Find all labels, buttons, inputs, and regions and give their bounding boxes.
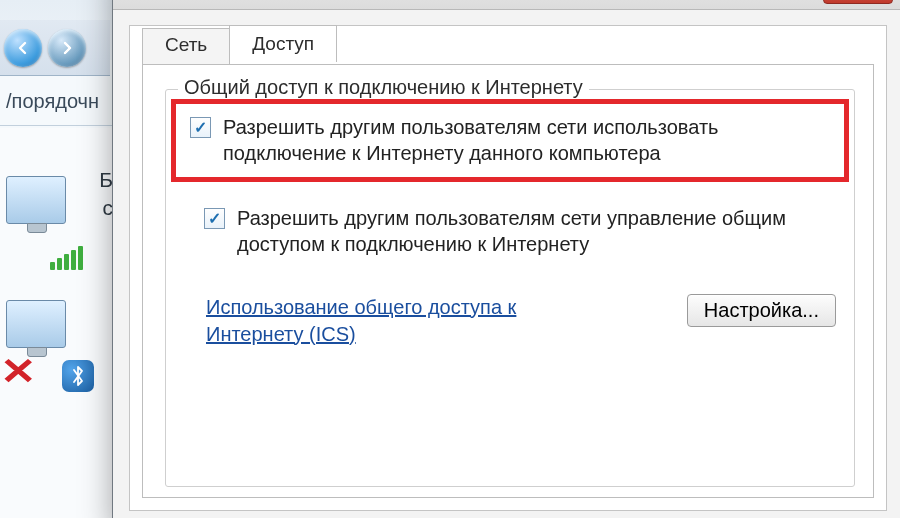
tab-sharing[interactable]: Доступ [229, 25, 337, 62]
connections-list: Б с ✕ [0, 128, 118, 518]
allow-sharing-label: Разрешить другим пользователям сети испо… [223, 114, 828, 167]
ics-help-link[interactable]: Использование общего доступа к Интернету… [206, 294, 586, 348]
close-button[interactable] [823, 0, 893, 4]
breadcrumb: /порядочн [0, 78, 112, 126]
ics-groupbox: Общий доступ к подключению к Интернету ✓… [165, 89, 855, 487]
dialog-client: Сеть Доступ Общий доступ к подключению к… [129, 25, 887, 511]
nav-forward-button[interactable] [48, 29, 86, 67]
settings-button[interactable]: Настройка... [687, 294, 836, 327]
tab-sharing-page: Общий доступ к подключению к Интернету ✓… [142, 64, 874, 498]
bluetooth-icon [62, 360, 94, 392]
properties-dialog: Беспроводное сетевое соединение - свойст… [112, 0, 900, 518]
tabstrip: Сеть Доступ [142, 24, 336, 61]
allow-sharing-row: ✓ Разрешить другим пользователям сети ис… [176, 104, 844, 177]
allow-control-checkbox[interactable]: ✓ [204, 208, 225, 229]
nav-back-button[interactable] [4, 29, 42, 67]
link-row: Использование общего доступа к Интернету… [206, 294, 836, 348]
connection-label: Б [99, 168, 113, 192]
nav-toolbar [0, 20, 110, 76]
window-title: Беспроводное сетевое соединение - свойст… [153, 0, 813, 1]
allow-control-label: Разрешить другим пользователям сети упра… [237, 205, 822, 258]
connection-bluetooth[interactable]: ✕ [6, 262, 111, 386]
monitor-icon [6, 300, 66, 348]
allow-sharing-checkbox[interactable]: ✓ [190, 117, 211, 138]
tab-network[interactable]: Сеть [142, 28, 230, 65]
allow-control-row: ✓ Разрешить другим пользователям сети уп… [190, 195, 838, 268]
monitor-icon [6, 176, 66, 224]
group-legend: Общий доступ к подключению к Интернету [178, 76, 589, 99]
disconnected-icon: ✕ [0, 349, 37, 392]
connection-wireless[interactable]: Б с [6, 138, 111, 262]
titlebar: Беспроводное сетевое соединение - свойст… [113, 0, 900, 10]
